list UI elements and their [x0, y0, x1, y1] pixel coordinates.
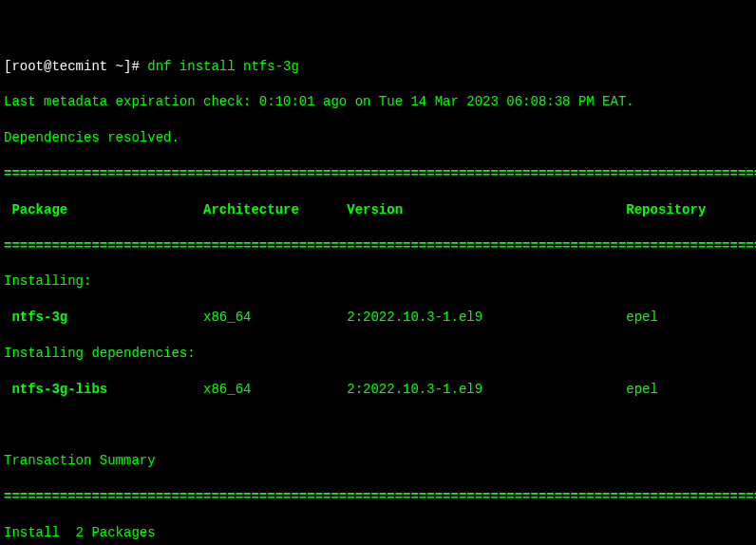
- separator: ========================================…: [4, 488, 752, 506]
- separator: ========================================…: [4, 237, 752, 255]
- metadata-check: Last metadata expiration check: 0:10:01 …: [4, 93, 752, 111]
- prompt-line: [root@tecmint ~]# dnf install ntfs-3g: [4, 58, 752, 76]
- pkg-name: ntfs-3g: [4, 310, 67, 325]
- shell-prompt: [root@tecmint ~]#: [4, 59, 147, 74]
- pkg-details: x86_64 2:2022.10.3-1.el9 epel 174 k: [107, 382, 756, 397]
- deps-resolved: Dependencies resolved.: [4, 129, 752, 147]
- command: dnf install ntfs-3g: [147, 59, 299, 74]
- pkg-name: ntfs-3g-libs: [4, 382, 107, 397]
- installing-label: Installing:: [4, 272, 752, 291]
- installing-deps-label: Installing dependencies:: [4, 345, 752, 363]
- pkg-row-2: ntfs-3g-libs x86_64 2:2022.10.3-1.el9 ep…: [4, 381, 752, 399]
- pkg-details: x86_64 2:2022.10.3-1.el9 epel 128 k: [67, 310, 756, 325]
- separator: ========================================…: [4, 165, 752, 183]
- blank: [4, 416, 752, 434]
- table-header: Package Architecture Version Repository …: [4, 201, 752, 219]
- txn-summary: Transaction Summary: [4, 452, 752, 470]
- install-count: Install 2 Packages: [4, 524, 752, 542]
- pkg-row-1: ntfs-3g x86_64 2:2022.10.3-1.el9 epel 12…: [4, 309, 752, 327]
